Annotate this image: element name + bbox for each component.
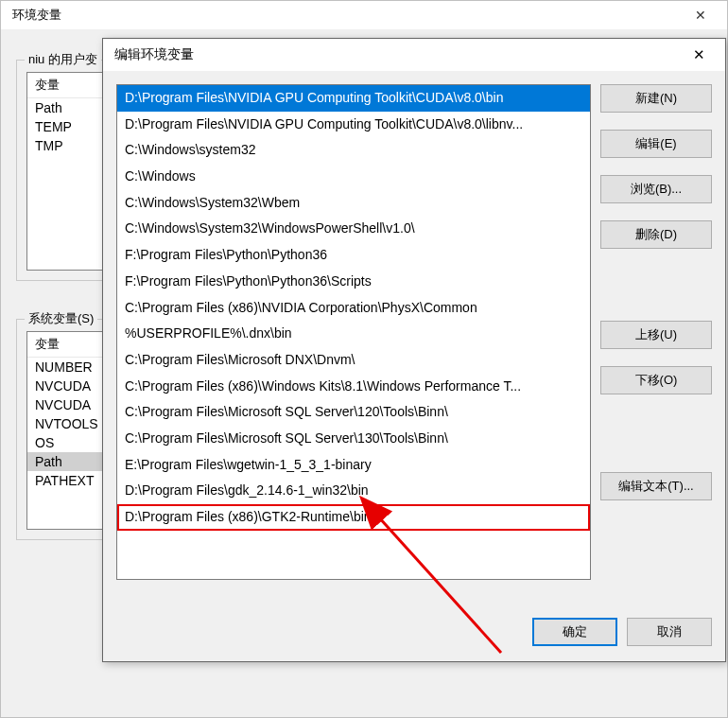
parent-title: 环境变量 [12,7,61,24]
list-item[interactable]: C:\Windows\System32\Wbem [117,190,590,217]
close-icon[interactable]: ✕ [682,1,719,29]
spacer [600,412,712,455]
left-column: D:\Program Files\NVIDIA GPU Computing To… [116,84,591,604]
new-button[interactable]: 新建(N) [600,84,712,113]
browse-button[interactable]: 浏览(B)... [600,175,712,203]
path-listbox[interactable]: D:\Program Files\NVIDIA GPU Computing To… [116,84,591,580]
edit-button[interactable]: 编辑(E) [600,130,712,158]
list-item[interactable]: C:\Windows\system32 [117,137,590,164]
user-vars-label: niu 的用户变 [25,51,101,68]
edit-env-var-dialog: 编辑环境变量 ✕ D:\Program Files\NVIDIA GPU Com… [102,38,726,662]
list-item[interactable]: D:\Program Files (x86)\GTK2-Runtime\bin [117,504,590,531]
child-body: D:\Program Files\NVIDIA GPU Computing To… [103,71,725,604]
right-column: 新建(N) 编辑(E) 浏览(B)... 删除(D) 上移(U) 下移(O) 编… [600,84,712,604]
list-item[interactable]: %USERPROFILE%\.dnx\bin [117,321,590,347]
close-icon[interactable]: ✕ [678,41,719,69]
list-item[interactable]: F:\Program Files\Python\Python36\Scripts [117,269,590,295]
list-item[interactable]: D:\Program Files\gdk_2.14.6-1_win32\bin [117,478,590,504]
cancel-button[interactable]: 取消 [627,618,712,646]
list-item[interactable]: C:\Program Files (x86)\Windows Kits\8.1\… [117,374,590,400]
spacer [600,266,712,304]
list-item[interactable]: C:\Windows [117,164,590,190]
list-item[interactable]: D:\Program Files\NVIDIA GPU Computing To… [117,112,590,138]
delete-button[interactable]: 删除(D) [600,220,712,249]
list-item[interactable]: C:\Program Files\Microsoft SQL Server\13… [117,426,590,452]
system-vars-label: 系统变量(S) [25,310,97,327]
list-item[interactable]: D:\Program Files\NVIDIA GPU Computing To… [117,85,590,112]
moveup-button[interactable]: 上移(U) [600,321,712,349]
child-button-row: 确定 取消 [103,604,725,661]
movedown-button[interactable]: 下移(O) [600,366,712,394]
edit-text-button[interactable]: 编辑文本(T)... [600,472,712,500]
list-item[interactable]: C:\Program Files\Microsoft DNX\Dnvm\ [117,347,590,374]
list-item[interactable]: F:\Program Files\Python\Python36 [117,242,590,269]
ok-button[interactable]: 确定 [532,618,617,646]
parent-titlebar: 环境变量 ✕ [1,1,727,29]
list-item[interactable]: C:\Program Files (x86)\NVIDIA Corporatio… [117,295,590,322]
list-item[interactable]: C:\Windows\System32\WindowsPowerShell\v1… [117,216,590,242]
child-title: 编辑环境变量 [114,46,194,63]
child-titlebar: 编辑环境变量 ✕ [103,39,725,71]
list-item[interactable]: E:\Program Files\wgetwin-1_5_3_1-binary [117,452,590,479]
list-item[interactable]: C:\Program Files\Microsoft SQL Server\12… [117,399,590,426]
